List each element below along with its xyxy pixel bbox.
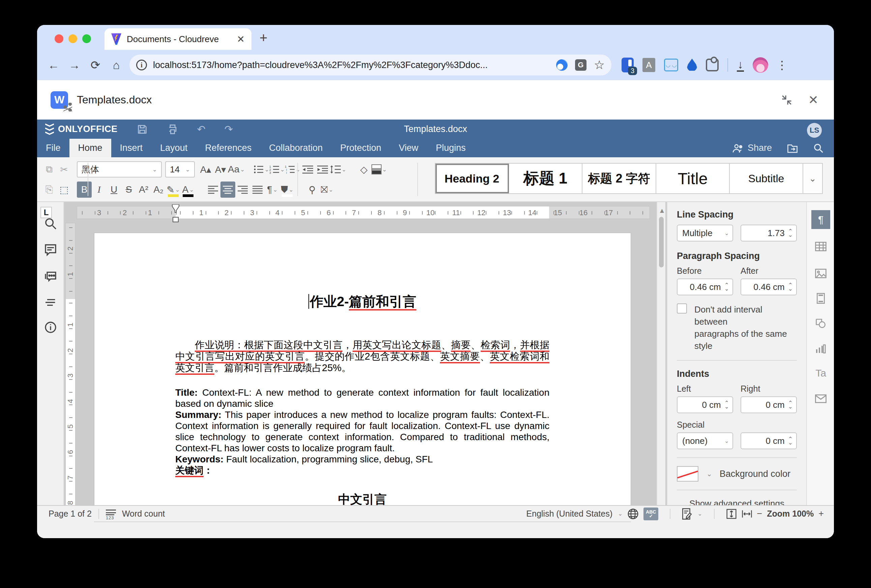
browser-menu-icon[interactable]: ⋮ [776,58,788,72]
word-count-label[interactable]: Word count [122,509,165,519]
extension-tv-icon[interactable] [664,58,678,72]
line-spacing-type-select[interactable]: Multiple⌄ [677,225,733,242]
tab-protection[interactable]: Protection [331,139,390,157]
about-icon[interactable] [44,321,57,334]
document-page[interactable]: 作业2-篇前和引言 作业说明：根据下面这段中文引言，用英文写出论文标题、摘要、检… [94,233,631,522]
indent-marker[interactable] [172,204,180,223]
line-spacing-value-spinner[interactable]: 1.73⌃⌄ [741,225,797,242]
chevron-down-icon[interactable]: ⌄ [706,470,712,478]
indent-right-spinner[interactable]: 0 cm⌃⌄ [741,396,797,413]
subscript-button[interactable]: A₂ [151,182,166,198]
style-heading2[interactable]: Heading 2 [436,164,509,193]
open-file-location-icon[interactable] [787,143,798,153]
extensions-puzzle-icon[interactable] [706,58,718,72]
style-subtitle[interactable]: Subtitle [730,164,803,193]
chat-icon[interactable] [44,269,57,283]
vertical-ruler[interactable]: 2 1 1 2 3 4 5 6 7 8 [65,223,75,522]
tab-insert[interactable]: Insert [111,139,152,157]
background-color-swatch[interactable] [677,466,699,482]
underline-button[interactable]: U [106,182,121,198]
new-tab-button[interactable]: + [260,31,267,45]
indent-left-spinner[interactable]: 0 cm⌃⌄ [677,396,733,413]
change-case-icon[interactable]: Aa⌄ [228,161,245,178]
textart-settings-icon[interactable]: Ta [811,364,830,382]
translate-icon[interactable]: G [575,59,587,71]
tab-home[interactable]: Home [69,139,111,157]
scrollbar-thumb[interactable] [659,217,664,267]
home-icon[interactable]: ⌂ [106,58,127,72]
clear-style-icon[interactable]: ◇ [357,161,371,178]
extension-card-icon[interactable]: 3 [621,58,634,72]
zoom-in-icon[interactable]: + [819,509,824,519]
strikethrough-button[interactable]: S [121,182,136,198]
site-info-icon[interactable]: i [136,60,147,70]
comments-icon[interactable] [44,243,57,257]
align-right-icon[interactable] [235,182,250,198]
zoom-out-icon[interactable]: − [757,509,762,519]
image-settings-icon[interactable] [811,264,830,283]
chevron-down-icon[interactable]: ⌄ [697,510,702,517]
font-size-select[interactable]: 14⌄ [165,161,195,178]
fit-width-icon[interactable] [742,509,752,519]
close-window-button[interactable] [55,34,63,43]
tab-stop-selector[interactable]: L [40,207,52,218]
cut-icon[interactable]: ✂ [57,161,72,178]
font-name-select[interactable]: 黑体⌄ [77,161,162,178]
chevron-down-icon[interactable]: ⌄ [618,510,623,517]
tab-view[interactable]: View [390,139,427,157]
font-color-button[interactable]: A⌄ [181,182,196,198]
scroll-up-icon[interactable]: ▲ [658,207,665,215]
copy-icon[interactable]: ⧉ [42,161,57,178]
select-all-icon[interactable]: ⬚ [57,182,72,198]
minimize-window-button[interactable] [69,34,77,43]
style-heading2-cn[interactable]: 标题 2 字符 [582,164,656,193]
increase-font-icon[interactable]: A▴ [198,161,213,178]
paragraph-shading-icon[interactable]: ⛊⌄ [280,182,295,198]
extension-drop-icon[interactable] [687,58,697,72]
style-title[interactable]: Title [656,164,730,193]
close-viewer-icon[interactable]: ✕ [808,93,819,107]
set-language-globe-icon[interactable] [627,508,639,519]
decrease-font-icon[interactable]: A▾ [213,161,228,178]
tab-close-icon[interactable]: ✕ [237,34,245,45]
extension-a-icon[interactable]: A [642,58,655,72]
color-scheme-icon[interactable]: ⌄ [371,161,387,178]
zoom-level[interactable]: Zoom 100% [767,509,814,519]
user-avatar[interactable]: LS [807,123,822,138]
find-icon[interactable] [44,217,57,230]
special-select[interactable]: (none)⌄ [677,433,733,449]
highlight-color-button[interactable]: ✎⌄ [166,182,181,198]
mail-merge-icon[interactable]: ⛝⌄ [320,182,334,198]
share-button[interactable]: Share [732,143,772,153]
search-icon[interactable] [813,143,824,154]
increase-indent-icon[interactable] [315,161,330,178]
spacing-before-spinner[interactable]: 0.46 cm⌃⌄ [677,279,733,295]
forward-icon[interactable]: → [64,58,85,72]
tab-file[interactable]: File [37,139,69,157]
copy-style-icon[interactable]: ⚲ [305,182,320,198]
tab-layout[interactable]: Layout [151,139,196,157]
document-scrollbar[interactable]: ▲ ▼ [657,202,665,522]
back-icon[interactable]: ← [43,58,64,72]
align-left-icon[interactable] [206,182,220,198]
style-heading1-cn[interactable]: 标题 1 [509,164,582,193]
bullet-list-icon[interactable]: ⌄ [254,161,269,178]
bold-button[interactable]: B [77,182,92,198]
italic-button[interactable]: I [92,182,106,198]
language-selector[interactable]: English (United States) [526,509,612,519]
paragraph-settings-icon[interactable]: ¶ [811,210,830,229]
line-spacing-icon[interactable]: ⌄ [330,161,346,178]
tab-plugins[interactable]: Plugins [427,139,474,157]
bookmark-star-icon[interactable]: ☆ [594,59,605,71]
browser-profile-avatar[interactable] [753,57,768,73]
style-gallery-more-icon[interactable]: ⌄ [803,164,822,193]
multilevel-list-icon[interactable]: 1ii⌄ [285,161,300,178]
track-changes-icon[interactable] [682,508,692,519]
url-text[interactable]: localhost:5173/home?path=cloudreve%3A%2F… [153,60,549,70]
spacing-after-spinner[interactable]: 0.46 cm⌃⌄ [741,279,797,295]
no-interval-checkbox[interactable] [677,303,687,313]
decrease-indent-icon[interactable] [300,161,315,178]
reload-icon[interactable]: ⟳ [85,58,106,72]
tab-references[interactable]: References [196,139,260,157]
chart-settings-icon[interactable] [811,339,830,358]
